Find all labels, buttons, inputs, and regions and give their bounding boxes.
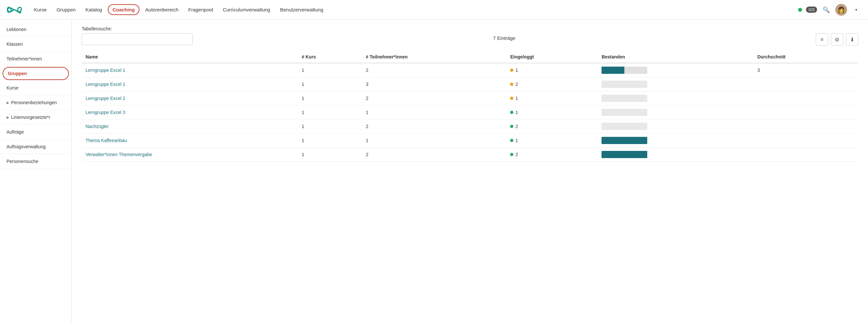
- search-icon[interactable]: 🔍: [821, 5, 831, 15]
- session-badge: 0/3: [806, 6, 817, 13]
- table-row: Lerngruppe Excel 1132: [82, 78, 858, 91]
- content-header: Tabellensuche: 7 Einträge ≡ ⚙ ⬇: [82, 26, 858, 46]
- nav-autorenbereich[interactable]: Autorenbereich: [142, 5, 183, 14]
- progress-bar-container: [601, 137, 647, 144]
- avatar[interactable]: 👩: [835, 4, 847, 16]
- green-status-dot: [510, 125, 514, 128]
- table-row: Lerngruppe Excel 2121: [82, 91, 858, 106]
- topnav-right: 0/3 🔍 👩 ▾: [798, 4, 862, 16]
- entries-count: 7 Einträge: [193, 26, 816, 41]
- chevron-right-icon: ▶: [6, 100, 9, 105]
- sidebar-item-teilnehmer[interactable]: Teilnehmer*innen: [0, 52, 71, 66]
- sidebar-item-lektionen[interactable]: Lektionen: [0, 22, 71, 37]
- progress-bar-container: [601, 67, 647, 74]
- gear-icon: ⚙: [835, 36, 839, 43]
- row-durchschnitt: [753, 78, 858, 91]
- orange-dot-icon: 1: [510, 68, 594, 73]
- row-eingeloggt: 1: [506, 91, 598, 106]
- chevron-right-icon: ▶: [6, 115, 9, 120]
- eingeloggt-count: 2: [515, 124, 518, 129]
- col-eingeloggt: Eingeloggt: [506, 51, 598, 63]
- row-name[interactable]: Verwalter*innen Themenvergabe: [82, 148, 298, 162]
- green-dot-icon: 2: [510, 152, 594, 157]
- sidebar-item-auftragsverwaltung[interactable]: Auftragsverwaltung: [0, 140, 71, 154]
- table-row: Thema Kaffeeanbau111: [82, 134, 858, 148]
- row-eingeloggt: 2: [506, 78, 598, 91]
- data-table: Name # Kurs # Teilnehmer*innen Eingelogg…: [82, 51, 858, 162]
- row-eingeloggt: 1: [506, 106, 598, 120]
- user-menu-chevron-icon[interactable]: ▾: [851, 5, 862, 15]
- row-durchschnitt: [753, 134, 858, 148]
- orange-status-dot: [510, 68, 514, 72]
- row-name[interactable]: Lerngruppe Excel 3: [82, 106, 298, 120]
- progress-bar-container: [601, 109, 647, 116]
- sidebar-item-gruppen[interactable]: Gruppen: [3, 67, 69, 80]
- row-name[interactable]: Lerngruppe Excel 2: [82, 91, 298, 106]
- row-eingeloggt: 2: [506, 120, 598, 134]
- row-bestanden: [598, 63, 753, 78]
- progress-bar-container: [601, 123, 647, 130]
- orange-dot-icon: 2: [510, 82, 594, 87]
- sidebar-item-klassen[interactable]: Klassen: [0, 37, 71, 52]
- row-bestanden: [598, 120, 753, 134]
- progress-bar-container: [601, 151, 647, 158]
- main-content: Tabellensuche: 7 Einträge ≡ ⚙ ⬇ Name: [72, 20, 868, 324]
- row-teilnehmer: 2: [362, 120, 506, 134]
- row-eingeloggt: 2: [506, 148, 598, 162]
- row-kurs: 1: [298, 63, 362, 78]
- green-status-dot: [510, 111, 514, 114]
- green-status-dot: [510, 139, 514, 142]
- row-name[interactable]: Lerngruppe Excel 1: [82, 63, 298, 78]
- download-button[interactable]: ⬇: [846, 33, 858, 46]
- sidebar-item-auftraege[interactable]: Aufträge: [0, 125, 71, 140]
- sort-button[interactable]: ≡: [816, 33, 828, 46]
- row-eingeloggt: 1: [506, 63, 598, 78]
- logo[interactable]: [6, 5, 22, 14]
- sort-icon: ≡: [820, 36, 823, 42]
- sidebar-item-personensuche[interactable]: Personensuche: [0, 154, 71, 169]
- row-name[interactable]: Lerngruppe Excel 1: [82, 78, 298, 91]
- sidebar-item-personenbeziehungen[interactable]: ▶ Personenbeziehungen: [0, 95, 71, 110]
- progress-bar-container: [601, 81, 647, 88]
- row-bestanden: [598, 78, 753, 91]
- progress-bar-fill: [601, 151, 647, 158]
- progress-bar-fill: [601, 67, 624, 74]
- status-indicator: [798, 8, 802, 12]
- row-teilnehmer: 2: [362, 63, 506, 78]
- eingeloggt-count: 2: [515, 152, 518, 157]
- main-layout: Lektionen Klassen Teilnehmer*innen Grupp…: [0, 20, 868, 324]
- nav-kurse[interactable]: Kurse: [30, 5, 51, 14]
- green-status-dot: [510, 153, 514, 156]
- row-name[interactable]: Thema Kaffeeanbau: [82, 134, 298, 148]
- sidebar-item-linienvorgesetzte[interactable]: ▶ Linienvorgesetzte*r: [0, 110, 71, 125]
- green-dot-icon: 1: [510, 138, 594, 143]
- row-bestanden: [598, 91, 753, 106]
- nav-coaching[interactable]: Coaching: [108, 4, 139, 15]
- settings-button[interactable]: ⚙: [831, 33, 843, 46]
- nav-benutzerverwaltung[interactable]: Benutzerverwaltung: [276, 5, 327, 14]
- row-name[interactable]: Nachzügler: [82, 120, 298, 134]
- row-durchschnitt: [753, 106, 858, 120]
- row-eingeloggt: 1: [506, 134, 598, 148]
- sidebar: Lektionen Klassen Teilnehmer*innen Grupp…: [0, 20, 72, 324]
- table-header: Name # Kurs # Teilnehmer*innen Eingelogg…: [82, 51, 858, 63]
- nav-fragenpool[interactable]: Fragenpool: [185, 5, 217, 14]
- sidebar-item-kurse[interactable]: Kurse: [0, 81, 71, 95]
- orange-status-dot: [510, 83, 514, 86]
- row-kurs: 1: [298, 91, 362, 106]
- nav-gruppen[interactable]: Gruppen: [53, 5, 80, 14]
- row-teilnehmer: 1: [362, 106, 506, 120]
- table-search-input[interactable]: [82, 33, 193, 45]
- row-teilnehmer: 2: [362, 91, 506, 106]
- row-durchschnitt: [753, 120, 858, 134]
- search-section: Tabellensuche:: [82, 26, 193, 45]
- row-durchschnitt: [753, 148, 858, 162]
- nav-curriculumverwaltung[interactable]: Curriculumverwaltung: [219, 5, 274, 14]
- row-durchschnitt: [753, 91, 858, 106]
- nav-katalog[interactable]: Katalog: [82, 5, 106, 14]
- row-kurs: 1: [298, 78, 362, 91]
- table-row: Lerngruppe Excel 11213: [82, 63, 858, 78]
- col-durchschnitt: Durchschnitt: [753, 51, 858, 63]
- green-dot-icon: 1: [510, 110, 594, 115]
- row-teilnehmer: 2: [362, 148, 506, 162]
